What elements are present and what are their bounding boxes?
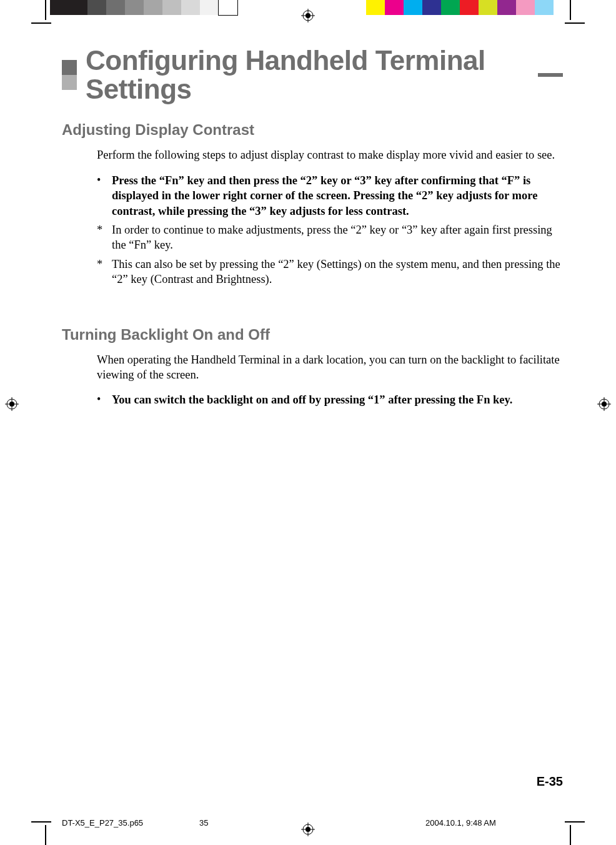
registration-mark-icon (5, 397, 19, 411)
bullet-icon: • (97, 173, 106, 219)
asterisk-icon: * (97, 222, 106, 253)
footer-page: 35 (199, 818, 274, 828)
crop-mark (570, 825, 571, 845)
registration-mark-icon (597, 397, 611, 411)
crop-mark (45, 0, 46, 20)
chapter-title: Configuring Handheld Terminal Settings (86, 46, 525, 104)
chapter-ornament-icon (62, 60, 77, 90)
content-area: Configuring Handheld Terminal Settings A… (62, 46, 563, 789)
crop-mark (31, 821, 51, 823)
note-item: * In order to continue to make adjustmen… (97, 222, 563, 253)
bullet-text: You can switch the backlight on and off … (112, 392, 563, 407)
page-number: E-35 (537, 774, 563, 789)
note-text: In order to continue to make adjustments… (112, 222, 563, 253)
printer-colorbar-color (366, 0, 554, 15)
section-body-backlight: When operating the Handheld Terminal in … (97, 352, 563, 408)
printer-colorbar-gray (50, 0, 237, 15)
paragraph: Perform the following steps to adjust di… (97, 147, 563, 162)
crop-mark (45, 825, 46, 845)
bullet-item: • Press the “Fn” key and then press the … (97, 173, 563, 219)
crop-mark (31, 22, 51, 24)
chapter-heading: Configuring Handheld Terminal Settings (62, 46, 563, 104)
crop-mark (565, 22, 585, 24)
registration-mark-icon (301, 9, 315, 22)
chapter-dash-icon (538, 73, 563, 77)
section-body-contrast: Perform the following steps to adjust di… (97, 147, 563, 287)
footer-datetime: 2004.10.1, 9:48 AM (425, 818, 563, 828)
bullet-item: • You can switch the backlight on and of… (97, 392, 563, 407)
note-text: This can also be set by pressing the “2”… (112, 257, 563, 287)
footer-filename: DT-X5_E_P27_35.p65 (62, 818, 199, 828)
note-item: * This can also be set by pressing the “… (97, 257, 563, 287)
footer-slug: DT-X5_E_P27_35.p65 35 2004.10.1, 9:48 AM (62, 818, 563, 828)
section-heading-contrast: Adjusting Display Contrast (62, 121, 563, 139)
bullet-icon: • (97, 392, 106, 407)
section-heading-backlight: Turning Backlight On and Off (62, 326, 563, 343)
bullet-text: Press the “Fn” key and then press the “2… (112, 173, 563, 219)
crop-mark (570, 0, 571, 20)
asterisk-icon: * (97, 257, 106, 287)
page: Configuring Handheld Terminal Settings A… (0, 0, 616, 845)
paragraph: When operating the Handheld Terminal in … (97, 352, 563, 383)
crop-mark (565, 821, 585, 823)
